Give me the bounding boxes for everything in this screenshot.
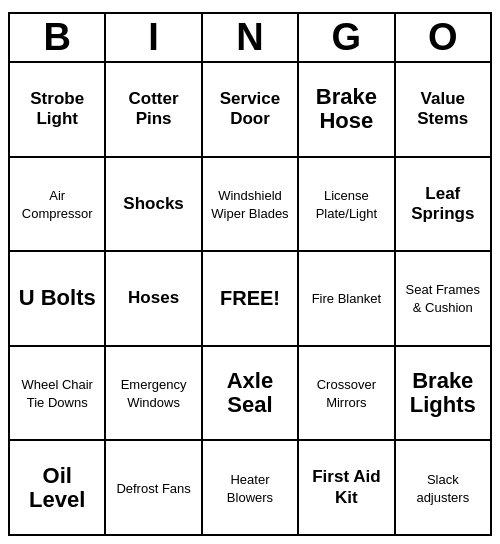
bingo-cell: Wheel Chair Tie Downs bbox=[9, 346, 105, 441]
cell-label: License Plate/Light bbox=[316, 188, 377, 221]
table-row: Air CompressorShocksWindshield Wiper Bla… bbox=[9, 157, 491, 252]
bingo-cell: Cotter Pins bbox=[105, 62, 201, 157]
cell-label: Shocks bbox=[123, 194, 183, 213]
cell-label: FREE! bbox=[220, 287, 280, 309]
bingo-grid: BINGO Strobe LightCotter PinsService Doo… bbox=[8, 12, 492, 536]
bingo-cell: Brake Hose bbox=[298, 62, 394, 157]
bingo-cell: Emergency Windows bbox=[105, 346, 201, 441]
bingo-cell: Service Door bbox=[202, 62, 298, 157]
bingo-cell: Strobe Light bbox=[9, 62, 105, 157]
bingo-cell: FREE! bbox=[202, 251, 298, 346]
bingo-cell: License Plate/Light bbox=[298, 157, 394, 252]
table-row: U BoltsHosesFREE!Fire BlanketSeat Frames… bbox=[9, 251, 491, 346]
cell-label: Windshield Wiper Blades bbox=[211, 188, 288, 221]
table-row: Wheel Chair Tie DownsEmergency WindowsAx… bbox=[9, 346, 491, 441]
cell-label: Fire Blanket bbox=[312, 291, 381, 306]
bingo-letter: I bbox=[105, 13, 201, 62]
bingo-cell: Leaf Springs bbox=[395, 157, 491, 252]
bingo-cell: Oil Level bbox=[9, 440, 105, 535]
cell-label: Defrost Fans bbox=[116, 481, 190, 496]
cell-label: Wheel Chair Tie Downs bbox=[21, 377, 93, 410]
cell-label: Brake Hose bbox=[316, 84, 377, 133]
cell-label: Value Stems bbox=[417, 89, 468, 128]
bingo-cell: Windshield Wiper Blades bbox=[202, 157, 298, 252]
bingo-cell: Hoses bbox=[105, 251, 201, 346]
cell-label: Leaf Springs bbox=[411, 184, 474, 223]
bingo-letter: G bbox=[298, 13, 394, 62]
bingo-cell: U Bolts bbox=[9, 251, 105, 346]
cell-label: Axle Seal bbox=[227, 368, 273, 417]
bingo-cell: Shocks bbox=[105, 157, 201, 252]
bingo-cell: Defrost Fans bbox=[105, 440, 201, 535]
bingo-cell: Crossover Mirrors bbox=[298, 346, 394, 441]
cell-label: Cotter Pins bbox=[129, 89, 179, 128]
cell-label: Brake Lights bbox=[410, 368, 476, 417]
cell-label: First Aid Kit bbox=[312, 467, 380, 506]
cell-label: Heater Blowers bbox=[227, 472, 273, 505]
cell-label: Hoses bbox=[128, 288, 179, 307]
bingo-cell: First Aid Kit bbox=[298, 440, 394, 535]
bingo-letter: O bbox=[395, 13, 491, 62]
cell-label: Service Door bbox=[220, 89, 281, 128]
cell-label: Oil Level bbox=[29, 463, 85, 512]
bingo-cell: Heater Blowers bbox=[202, 440, 298, 535]
cell-label: Emergency Windows bbox=[121, 377, 187, 410]
cell-label: Crossover Mirrors bbox=[317, 377, 376, 410]
bingo-cell: Slack adjusters bbox=[395, 440, 491, 535]
bingo-cell: Brake Lights bbox=[395, 346, 491, 441]
bingo-cell: Axle Seal bbox=[202, 346, 298, 441]
bingo-cell: Fire Blanket bbox=[298, 251, 394, 346]
cell-label: Air Compressor bbox=[22, 188, 93, 221]
cell-label: Seat Frames & Cushion bbox=[406, 282, 480, 315]
bingo-letter: B bbox=[9, 13, 105, 62]
cell-label: Slack adjusters bbox=[416, 472, 469, 505]
cell-label: Strobe Light bbox=[30, 89, 84, 128]
bingo-cell: Air Compressor bbox=[9, 157, 105, 252]
cell-label: U Bolts bbox=[19, 285, 96, 310]
table-row: Strobe LightCotter PinsService DoorBrake… bbox=[9, 62, 491, 157]
bingo-cell: Seat Frames & Cushion bbox=[395, 251, 491, 346]
table-row: Oil LevelDefrost FansHeater BlowersFirst… bbox=[9, 440, 491, 535]
bingo-cell: Value Stems bbox=[395, 62, 491, 157]
bingo-letter: N bbox=[202, 13, 298, 62]
